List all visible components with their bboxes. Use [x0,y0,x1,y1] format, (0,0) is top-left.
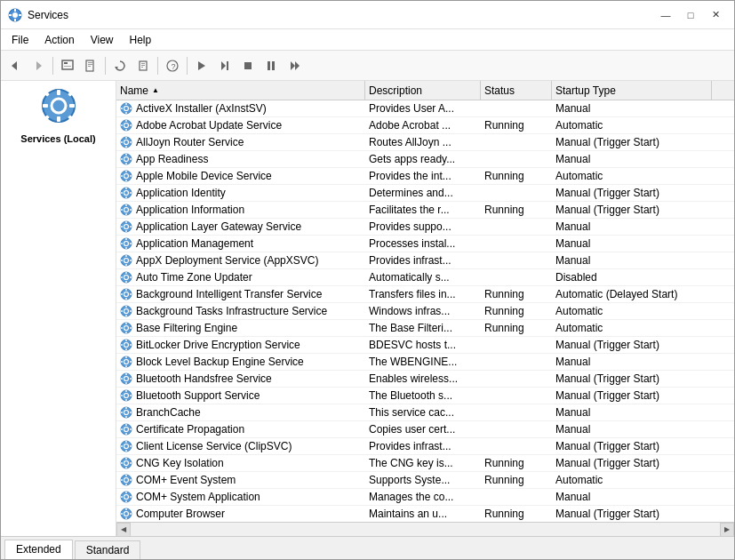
service-row[interactable]: BranchCache This service cac... Manual [116,404,734,421]
svg-rect-3 [14,19,16,21]
svg-rect-151 [125,416,126,418]
maximize-button[interactable]: □ [679,6,702,24]
menu-help[interactable]: Help [123,32,159,48]
service-row[interactable]: Background Intelligent Transfer Service … [116,286,734,303]
back-button[interactable] [4,55,26,76]
service-row[interactable]: ActiveX Installer (AxInstSV) Provides Us… [116,100,734,117]
resume-service-button[interactable] [214,55,236,76]
tab-extended[interactable]: Extended [4,540,73,559]
svg-rect-127 [125,348,126,350]
svg-rect-9 [64,62,68,64]
refresh-button[interactable] [109,55,131,76]
forward-button[interactable] [28,55,49,76]
svg-rect-27 [272,61,275,70]
svg-rect-84 [125,221,126,223]
minimize-button[interactable]: — [654,6,677,24]
service-row[interactable]: Auto Time Zone Updater Automatically s..… [116,269,734,286]
svg-marker-6 [12,61,17,70]
service-row[interactable]: Adobe Acrobat Update Service Adobe Acrob… [116,117,734,134]
svg-rect-120 [125,323,126,324]
properties-button[interactable] [132,55,154,76]
service-row[interactable]: Bluetooth Handsfree Service Enables wire… [116,371,734,388]
service-row[interactable]: Computer Browser Maintains an u... Runni… [116,506,734,522]
svg-rect-32 [57,90,60,95]
service-row[interactable]: Base Filtering Engine The Base Filteri..… [116,320,734,337]
menu-view[interactable]: View [84,32,121,48]
svg-rect-144 [125,390,126,392]
stop-service-button[interactable] [237,55,259,76]
svg-rect-93 [130,243,132,244]
help-button[interactable]: ? [162,55,183,76]
service-row[interactable]: Apple Mobile Device Service Provides the… [116,168,734,185]
pause-service-button[interactable] [260,55,282,76]
svg-marker-23 [221,61,226,70]
svg-rect-44 [121,108,123,108]
svg-rect-162 [125,441,126,443]
service-list-body[interactable]: ActiveX Installer (AxInstSV) Provides Us… [116,100,734,522]
svg-rect-78 [125,204,126,206]
menu-action[interactable]: Action [37,32,81,48]
svg-rect-45 [130,108,132,108]
col-header-status[interactable]: Status [481,81,552,100]
left-panel: Services (Local) [1,81,116,536]
svg-rect-115 [125,315,126,316]
svg-rect-153 [130,412,132,412]
col-header-description[interactable]: Description [365,81,481,100]
svg-rect-97 [125,264,126,266]
scroll-right-arrow[interactable]: ▶ [720,523,734,537]
svg-rect-117 [130,310,132,311]
svg-rect-87 [130,226,132,227]
scroll-left-arrow[interactable]: ◀ [116,523,131,537]
svg-rect-2 [14,9,16,12]
svg-rect-69 [130,175,132,176]
service-row[interactable]: Client License Service (ClipSVC) Provide… [116,438,734,455]
svg-marker-28 [291,61,295,70]
service-row[interactable]: Background Tasks Infrastructure Service … [116,303,734,320]
svg-rect-189 [130,513,132,514]
col-header-startup[interactable]: Startup Type [552,81,712,100]
close-button[interactable]: ✕ [704,6,727,24]
svg-rect-145 [125,399,126,401]
service-row[interactable]: Application Identity Determines and... M… [116,185,734,202]
service-row[interactable]: AppX Deployment Service (AppXSVC) Provid… [116,252,734,269]
menu-file[interactable]: File [4,32,36,48]
service-row[interactable]: CNG Key Isolation The CNG key is... Runn… [116,455,734,472]
sort-arrow-name: ▲ [152,86,159,94]
svg-rect-105 [130,276,132,277]
horizontal-scrollbar[interactable]: ◀ ▶ [116,522,734,536]
svg-rect-50 [121,124,123,125]
service-row[interactable]: COM+ Event System Supports Syste... Runn… [116,472,734,489]
svg-rect-63 [130,158,132,159]
service-row[interactable]: Application Layer Gateway Service Provid… [116,219,734,236]
export-button[interactable] [80,55,101,76]
separator-3 [157,57,158,75]
svg-marker-22 [198,61,205,70]
service-row[interactable]: Certificate Propagation Copies user cert… [116,421,734,438]
svg-rect-85 [125,230,126,232]
service-row[interactable]: COM+ System Application Manages the co..… [116,489,734,506]
svg-rect-182 [121,496,123,497]
show-console-button[interactable] [57,55,78,76]
service-row[interactable]: Application Management Processes instal.… [116,236,734,252]
svg-rect-4 [9,14,12,16]
service-row[interactable]: Bluetooth Support Service The Bluetooth … [116,388,734,404]
svg-rect-56 [121,141,123,142]
left-panel-icon [41,88,76,130]
service-row[interactable]: App Readiness Gets apps ready... Manual [116,151,734,168]
svg-rect-177 [130,479,132,480]
svg-rect-174 [125,475,126,476]
start-service-button[interactable] [191,55,212,76]
scroll-track[interactable] [131,523,720,536]
svg-rect-152 [121,412,123,412]
svg-rect-73 [125,196,126,198]
tab-standard[interactable]: Standard [75,540,141,559]
service-row[interactable]: BitLocker Drive Encryption Service BDESV… [116,337,734,354]
service-row[interactable]: Block Level Backup Engine Service The WB… [116,354,734,371]
svg-rect-49 [125,129,126,131]
col-header-name[interactable]: Name ▲ [116,81,365,100]
svg-rect-129 [130,344,132,345]
service-row[interactable]: Application Information Facilitates the … [116,202,734,219]
service-row[interactable]: AllJoyn Router Service Routes AllJoyn ..… [116,134,734,151]
restart-service-button[interactable] [284,55,305,76]
svg-point-1 [12,12,18,18]
